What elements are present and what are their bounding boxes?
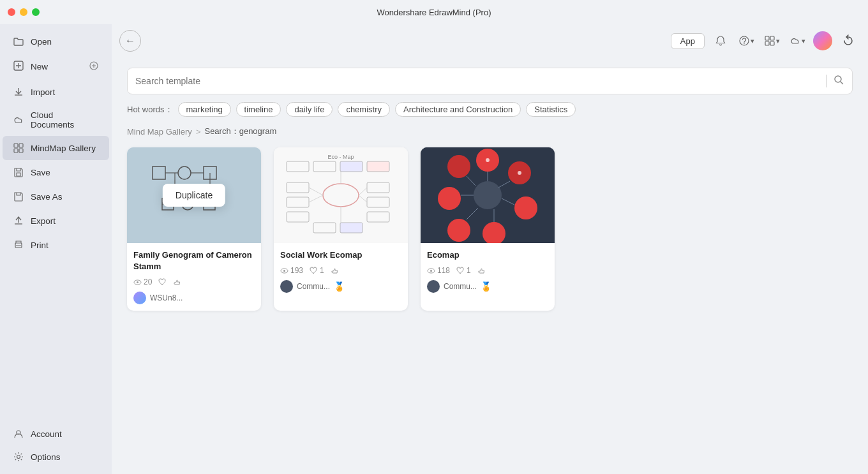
sidebar-item-cloud-label: Cloud Documents	[31, 110, 99, 130]
svg-text:Eco - Map: Eco - Map	[327, 154, 354, 160]
sidebar-item-export-label: Export	[31, 216, 56, 226]
sidebar-item-save[interactable]: Save	[3, 160, 109, 184]
topbar: ← App ▾	[112, 24, 868, 57]
duplicate-label: Duplicate	[176, 190, 213, 200]
folder-icon	[13, 36, 24, 47]
svg-rect-12	[770, 36, 774, 40]
hot-words-label: Hot words：	[127, 104, 173, 115]
close-button[interactable]	[8, 8, 15, 16]
sidebar-item-mindmap-gallery[interactable]: MindMap Gallery	[3, 136, 109, 160]
svg-rect-46	[340, 223, 363, 233]
sidebar-item-import[interactable]: Import	[3, 80, 109, 104]
svg-rect-14	[770, 41, 774, 45]
breadcrumb-home[interactable]: Mind Map Gallery	[127, 127, 192, 137]
mindmap-gallery-icon	[13, 142, 24, 154]
author-avatar	[133, 292, 146, 304]
back-button[interactable]: ←	[119, 30, 141, 52]
save-icon	[13, 167, 24, 178]
svg-point-63	[447, 155, 470, 178]
sidebar-item-print[interactable]: Print	[3, 233, 109, 257]
card-body: Family Genogram of Cameron Stamm 20	[127, 243, 261, 311]
sidebar-item-options-label: Options	[31, 452, 61, 462]
hot-tag-statistics[interactable]: Statistics	[526, 102, 576, 117]
sidebar-item-account-label: Account	[31, 429, 62, 439]
sidebar-item-options[interactable]: Options	[3, 445, 109, 469]
view-count-value: 20	[144, 278, 152, 286]
hot-tag-architecture[interactable]: Architecture and Construction	[395, 102, 521, 117]
svg-point-61	[447, 219, 470, 242]
svg-rect-2	[14, 144, 18, 147]
view-count: 118	[427, 266, 450, 275]
minimize-button[interactable]	[20, 8, 27, 16]
sidebar-item-save-as[interactable]: Save As	[3, 184, 109, 209]
sidebar-item-open[interactable]: Open	[3, 29, 109, 54]
card-family-genogram[interactable]: Duplicate Family Genogram of Cameron Sta…	[127, 147, 261, 311]
svg-rect-4	[14, 149, 18, 152]
thumb-count	[477, 267, 486, 275]
sidebar: Open New	[0, 24, 112, 474]
eye-icon	[427, 267, 435, 275]
heart-count: 1	[456, 266, 471, 275]
duplicate-overlay[interactable]: Duplicate	[163, 184, 225, 207]
heart-icon	[310, 267, 318, 275]
gallery-grid: Duplicate Family Genogram of Cameron Sta…	[112, 144, 868, 474]
sidebar-item-open-label: Open	[31, 37, 52, 47]
main-content: ← App ▾	[112, 24, 868, 474]
view-count-value: 193	[290, 266, 303, 275]
sidebar-item-new[interactable]: New	[3, 54, 109, 80]
card-title: Social Work Ecomap	[280, 249, 401, 261]
card-thumbnail: Eco - Map	[274, 147, 408, 243]
card-ecomap[interactable]: Ecomap 118	[421, 147, 555, 311]
svg-point-54	[283, 270, 285, 272]
ecomap-thumb-svg: Eco - Map	[274, 147, 408, 243]
breadcrumb-separator: >	[196, 127, 201, 137]
bell-icon[interactable]	[711, 31, 730, 50]
hot-tag-timeline[interactable]: timeline	[236, 102, 281, 117]
ecomap-circles-svg	[421, 147, 555, 243]
search-divider	[826, 75, 827, 87]
app-button[interactable]: App	[671, 33, 705, 49]
view-count-value: 118	[437, 266, 450, 275]
grid-icon[interactable]: ▾	[762, 31, 781, 50]
search-icon[interactable]	[833, 74, 844, 88]
hot-words: Hot words： marketing timeline daily life…	[127, 102, 853, 117]
heart-icon	[158, 278, 167, 286]
hot-tag-marketing[interactable]: marketing	[178, 102, 231, 117]
author-avatar	[280, 280, 293, 293]
sidebar-item-cloud-documents[interactable]: Cloud Documents	[3, 104, 109, 136]
view-count: 193	[280, 266, 303, 275]
breadcrumb: Mind Map Gallery > Search：genogram	[112, 117, 868, 144]
maximize-button[interactable]	[32, 8, 40, 16]
svg-rect-37	[367, 161, 389, 172]
cloud-upload-icon[interactable]: ▾	[788, 31, 807, 50]
refresh-icon[interactable]	[839, 31, 858, 50]
search-area: Hot words： marketing timeline daily life…	[112, 57, 868, 117]
sidebar-item-saveas-label: Save As	[31, 192, 63, 202]
sidebar-item-export[interactable]: Export	[3, 209, 109, 233]
sidebar-item-account[interactable]: Account	[3, 422, 109, 445]
hot-tag-chemistry[interactable]: chemistry	[338, 102, 390, 117]
card-social-work-ecomap[interactable]: Eco - Map	[274, 147, 408, 311]
gold-badge: 🏅	[334, 281, 345, 292]
card-stats: 193 1	[280, 266, 401, 275]
user-avatar[interactable]	[813, 31, 832, 50]
author-name: Commu...	[297, 282, 330, 291]
hot-tag-daily-life[interactable]: daily life	[286, 102, 333, 117]
heart-count: 1	[310, 266, 324, 275]
card-body: Social Work Ecomap 193	[274, 243, 408, 299]
sidebar-new-left: New	[13, 60, 48, 73]
thumbs-up-icon	[331, 267, 339, 275]
card-author: Commu... 🏅	[427, 280, 548, 293]
card-stats: 118 1	[427, 266, 548, 275]
sidebar-item-print-label: Print	[31, 241, 49, 250]
card-stats: 20	[133, 278, 255, 286]
heart-count	[158, 278, 167, 286]
svg-point-10	[744, 43, 744, 44]
search-bar	[127, 68, 853, 94]
help-icon[interactable]: ▾	[737, 31, 756, 50]
svg-rect-36	[340, 161, 363, 172]
thumbs-up-icon	[477, 267, 486, 275]
svg-point-71	[486, 158, 490, 162]
card-author: Commu... 🏅	[280, 280, 401, 293]
search-input[interactable]	[135, 76, 819, 86]
